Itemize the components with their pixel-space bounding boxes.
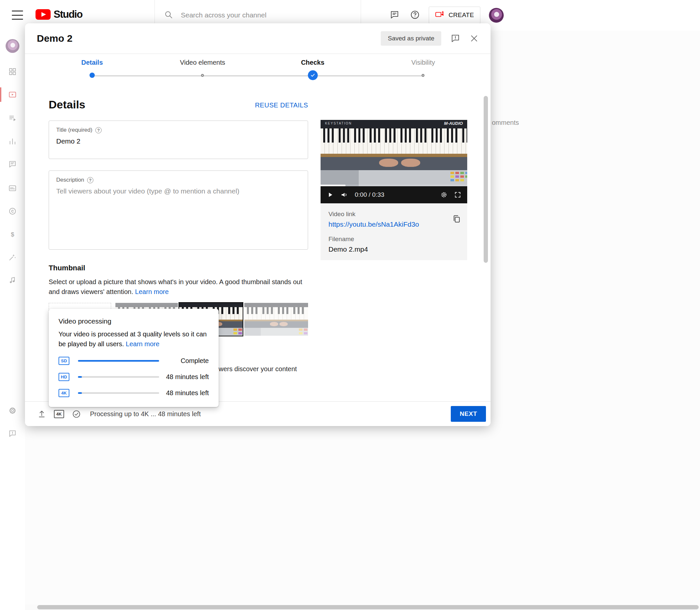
description-help-icon[interactable]: ? (87, 177, 93, 183)
video-preview-player[interactable]: KEYSTATION M-AUDIO 0:00 / 0:33 (321, 120, 467, 203)
play-icon[interactable] (326, 191, 334, 198)
player-settings-icon[interactable] (440, 191, 448, 198)
account-avatar[interactable] (489, 8, 504, 23)
4k-progress-bar (78, 392, 159, 394)
processing-row-4k: 4K 48 minutes left (59, 389, 209, 397)
title-help-icon[interactable]: ? (95, 127, 102, 133)
step-dot-done (308, 70, 317, 80)
create-button-label: CREATE (449, 12, 474, 19)
step-video-elements[interactable]: Video elements (180, 59, 225, 81)
filename-value: Demo 2.mp4 (328, 245, 459, 253)
copy-link-icon[interactable] (452, 214, 461, 225)
sd-badge: SD (59, 357, 69, 365)
step-label: Details (81, 59, 103, 66)
create-button[interactable]: CREATE (429, 6, 480, 23)
thumbnail-art (244, 303, 308, 336)
send-feedback-icon[interactable] (450, 33, 460, 43)
step-label: Checks (301, 59, 324, 66)
player-controls: 0:00 / 0:33 (321, 186, 467, 203)
volume-icon[interactable] (340, 191, 348, 199)
youtube-logo-icon (35, 9, 51, 20)
video-info-panel: Video link https://youtu.be/sNa1AkiFd3o … (321, 203, 467, 260)
step-dot-idle (201, 74, 204, 77)
menu-icon[interactable] (12, 11, 23, 20)
maudio-label: M-AUDIO (444, 121, 463, 126)
studio-logo-text: Studio (53, 9, 82, 20)
reuse-details-link[interactable]: REUSE DETAILS (255, 101, 308, 109)
occluded-helper-text: wers discover your content (219, 365, 297, 373)
title-field-label: Title (required) (56, 127, 92, 133)
title-field[interactable]: Title (required) ? Demo 2 (49, 121, 308, 159)
processing-status-text: Processing up to 4K ... 48 minutes left (90, 410, 201, 418)
search-icon (164, 10, 173, 20)
step-label: Visibility (411, 59, 435, 66)
step-details[interactable]: Details (81, 59, 103, 81)
hd-progress-bar (78, 376, 159, 378)
video-link-label: Video link (328, 211, 459, 218)
fullscreen-icon[interactable] (454, 191, 461, 198)
thumbnail-description-text: Select or upload a picture that shows wh… (49, 278, 302, 295)
hd-status: 48 minutes left (159, 373, 209, 381)
checks-complete-icon (72, 410, 81, 418)
dialog-title: Demo 2 (37, 33, 72, 44)
4k-badge: 4K (59, 389, 69, 397)
title-field-value: Demo 2 (56, 137, 300, 145)
step-dot-idle (422, 74, 425, 77)
step-visibility[interactable]: Visibility (411, 59, 435, 81)
upload-details-dialog: Demo 2 Saved as private Details Video el… (25, 23, 491, 426)
studio-logo[interactable]: Studio (35, 9, 82, 20)
video-frame-art: KEYSTATION M-AUDIO (321, 120, 467, 186)
step-dot-active (90, 73, 95, 78)
step-checks[interactable]: Checks (301, 59, 324, 81)
sd-status: Complete (159, 357, 209, 365)
auto-thumbnail-3[interactable] (244, 303, 308, 336)
filename-label: Filename (328, 236, 459, 243)
video-processing-tooltip: Video processing Your video is processed… (49, 309, 219, 407)
dialog-scrollbar-thumb[interactable] (484, 96, 488, 263)
feedback-bubble-icon[interactable] (390, 10, 400, 21)
4k-status: 48 minutes left (159, 389, 209, 397)
player-time: 0:00 / 0:33 (355, 191, 384, 198)
thumbnail-description: Select or upload a picture that shows wh… (49, 277, 312, 296)
description-placeholder: Tell viewers about your video (type @ to… (56, 187, 300, 195)
player-seek-bar[interactable] (321, 184, 467, 186)
video-link-url[interactable]: https://youtu.be/sNa1AkiFd3o (328, 221, 459, 228)
close-icon[interactable] (469, 34, 479, 43)
description-field-label: Description (56, 177, 84, 183)
processing-body: Your video is processed at 3 quality lev… (59, 329, 209, 349)
upload-status-icon (37, 410, 46, 418)
processing-row-hd: HD 48 minutes left (59, 373, 209, 381)
next-button[interactable]: NEXT (451, 406, 486, 422)
help-icon[interactable] (410, 10, 420, 21)
horizontal-scrollbar-thumb[interactable] (37, 605, 699, 609)
search-input[interactable] (181, 11, 339, 19)
create-video-icon (435, 11, 445, 20)
sd-progress-bar (78, 360, 159, 362)
description-field[interactable]: Description ? Tell viewers about your vi… (49, 171, 308, 250)
step-label: Video elements (180, 59, 225, 66)
stepper-line (92, 76, 423, 76)
processing-row-sd: SD Complete (59, 357, 209, 365)
keystation-label: KEYSTATION (325, 122, 352, 125)
upload-stepper: Details Video elements Checks Visibility (25, 54, 491, 92)
processing-title: Video processing (59, 317, 209, 325)
thumbnail-heading: Thumbnail (49, 264, 85, 272)
processing-learn-more-link[interactable]: Learn more (126, 340, 159, 348)
player-seek-buffered (321, 184, 345, 186)
saved-as-private-badge[interactable]: Saved as private (381, 31, 441, 46)
details-section-heading: Details (49, 98, 85, 111)
hd-badge: HD (59, 373, 69, 381)
thumbnail-learn-more-link[interactable]: Learn more (135, 288, 169, 295)
4k-processing-icon: 4K (54, 410, 64, 418)
dialog-header: Demo 2 Saved as private (25, 23, 491, 54)
